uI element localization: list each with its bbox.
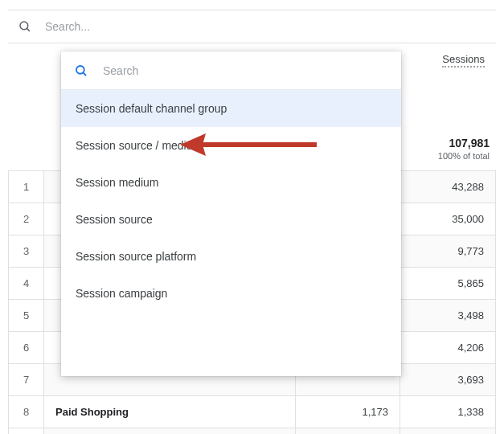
row-sessions-value: 3,498: [400, 300, 495, 331]
sessions-total-sub: 100% of total: [438, 151, 490, 161]
dropdown-item-label: Session campaign: [76, 287, 167, 300]
row-index: 5: [9, 300, 44, 331]
row-sessions-value: 9,773: [400, 235, 495, 267]
svg-point-2: [76, 66, 84, 74]
dropdown-item-label: Session default channel group: [76, 102, 227, 115]
row-channel-name: Paid Shopping: [44, 396, 296, 428]
svg-line-1: [27, 28, 30, 31]
table-row[interactable]: 9 Organic Social 996 1,562: [9, 428, 496, 434]
sessions-total-value: 107,981: [438, 137, 490, 149]
dropdown-item-label: Session medium: [76, 176, 159, 189]
dropdown-item-label: Session source: [76, 213, 153, 226]
svg-line-3: [83, 72, 86, 76]
totals-block: 107,981 100% of total: [438, 137, 490, 161]
search-icon: [74, 63, 88, 78]
row-index: 8: [9, 396, 44, 428]
dropdown-item-session-campaign[interactable]: Session campaign: [61, 275, 401, 312]
dropdown-item-session-default-channel-group[interactable]: Session default channel group: [61, 90, 401, 127]
row-index: 7: [9, 364, 44, 395]
column-header-sessions[interactable]: Sessions: [442, 53, 485, 68]
row-sessions-value: 1,338: [400, 396, 495, 428]
row-index: 4: [9, 268, 44, 299]
row-index: 2: [9, 203, 44, 235]
dropdown-item-session-source-medium[interactable]: Session source / medium: [61, 127, 401, 164]
row-mid-value: 996: [296, 428, 400, 434]
row-sessions-value: 43,288: [400, 171, 495, 203]
table-row[interactable]: 8 Paid Shopping 1,173 1,338: [9, 396, 496, 428]
dropdown-search-bar: [61, 51, 401, 90]
dropdown-item-label: Session source / medium: [76, 139, 202, 152]
row-index: 3: [9, 235, 44, 267]
search-icon: [18, 19, 32, 34]
row-index: 9: [9, 428, 44, 434]
row-index: 1: [9, 171, 44, 203]
row-sessions-value: 5,865: [400, 268, 495, 299]
top-search-bar: [8, 10, 496, 43]
row-sessions-value: 4,206: [400, 332, 495, 363]
row-sessions-value: 1,562: [400, 428, 495, 434]
row-mid-value: 1,173: [296, 396, 400, 428]
dropdown-search-input[interactable]: [101, 63, 388, 78]
row-sessions-value: 35,000: [400, 203, 495, 235]
dropdown-item-session-source-platform[interactable]: Session source platform: [61, 238, 401, 275]
dropdown-item-session-source[interactable]: Session source: [61, 201, 401, 238]
dimension-dropdown: Session default channel group Session so…: [61, 51, 401, 376]
row-index: 6: [9, 332, 44, 363]
dropdown-item-session-medium[interactable]: Session medium: [61, 164, 401, 201]
row-sessions-value: 3,693: [400, 364, 495, 395]
dropdown-item-label: Session source platform: [76, 250, 196, 263]
search-input[interactable]: [43, 19, 486, 34]
svg-point-0: [20, 22, 28, 30]
row-channel-name: Organic Social: [44, 428, 296, 434]
